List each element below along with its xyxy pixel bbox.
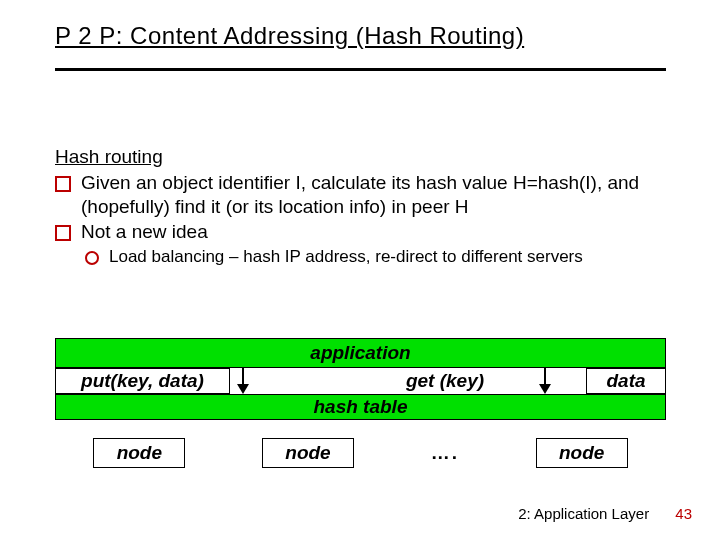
slide: P 2 P: Content Addressing (Hash Routing)… <box>0 0 720 540</box>
ellipsis: …. <box>431 442 459 464</box>
bullet-text: Not a new idea <box>81 220 665 244</box>
circle-bullet-icon <box>85 251 99 265</box>
subheading: Hash routing <box>55 145 665 169</box>
diagram-middle-row: put(key, data) get (key) data hash table <box>55 368 666 420</box>
sub-bullet-text: Load balancing – hash IP address, re-dir… <box>109 246 665 267</box>
title-rule <box>55 68 666 71</box>
footer-page-number: 43 <box>675 505 692 522</box>
down-arrow-icon <box>535 368 555 394</box>
sub-bullet-item: Load balancing – hash IP address, re-dir… <box>85 246 665 267</box>
application-layer-box: application <box>55 338 666 368</box>
node-box: node <box>93 438 185 468</box>
footer-chapter: 2: Application Layer <box>518 505 649 522</box>
data-box: data <box>586 368 666 394</box>
put-box: put(key, data) <box>55 368 230 394</box>
bullet-text: Given an object identifier I, calculate … <box>81 171 665 219</box>
slide-body: Hash routing Given an object identifier … <box>55 145 665 267</box>
node-box: node <box>262 438 354 468</box>
hash-table-box: hash table <box>55 394 666 420</box>
node-box: node <box>536 438 628 468</box>
bullet-item: Not a new idea <box>55 220 665 244</box>
hash-routing-diagram: application put(key, data) get (key) dat… <box>55 338 666 420</box>
slide-title: P 2 P: Content Addressing (Hash Routing) <box>55 22 524 50</box>
square-bullet-icon <box>55 225 71 241</box>
bullet-item: Given an object identifier I, calculate … <box>55 171 665 219</box>
svg-marker-3 <box>539 384 551 394</box>
slide-footer: 2: Application Layer 43 <box>518 505 692 522</box>
svg-marker-1 <box>237 384 249 394</box>
square-bullet-icon <box>55 176 71 192</box>
get-label: get (key) <box>355 368 535 394</box>
node-row: node node …. node <box>55 438 666 468</box>
down-arrow-icon <box>233 368 253 394</box>
